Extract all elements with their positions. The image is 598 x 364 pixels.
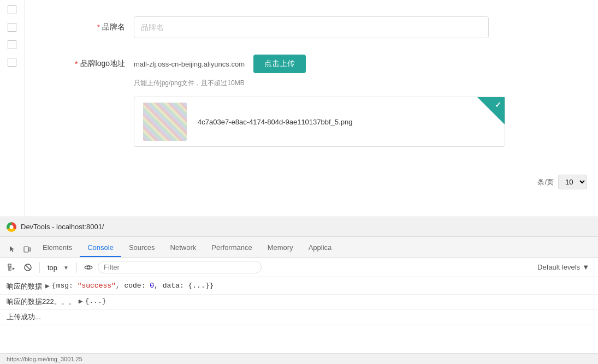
devtools-title: DevTools - localhost:8001/ (21, 223, 104, 231)
context-selector[interactable]: top ▼ (48, 262, 69, 272)
chrome-icon (7, 222, 16, 232)
execute-icon[interactable] (4, 260, 19, 275)
devtools-titlebar: DevTools - localhost:8001/ (0, 217, 598, 237)
image-filename: 4c7a03e7-e8ac-4174-804d-9ae110137bbf_5.p… (198, 118, 352, 126)
tab-performance[interactable]: Performance (204, 239, 259, 257)
console-content: 响应的数据 ▶ {msg: "success" , code: 0 , data… (0, 277, 598, 353)
svg-point-8 (87, 266, 90, 268)
required-star-brand: * (97, 23, 100, 32)
tab-network[interactable]: Network (163, 239, 204, 257)
logo-label-text: 品牌logo地址 (80, 59, 125, 69)
device-icon-btn[interactable] (20, 242, 35, 257)
cursor-icon-btn[interactable] (4, 242, 20, 257)
brand-name-input[interactable] (134, 16, 489, 38)
console-row-2: 响应的数据222。。。 ▶ {...} (0, 295, 598, 310)
eye-icon[interactable] (81, 260, 96, 275)
hint-text: 只能上传jpg/png文件，且不超过10MB (134, 79, 576, 88)
svg-line-7 (26, 265, 31, 270)
toolbar-divider-2 (76, 262, 77, 273)
main-panel: * 品牌名 * 品牌logo地址 mall-zlj.oss-cn-beijing… (25, 0, 598, 217)
context-select[interactable]: top (48, 264, 69, 272)
block-icon[interactable] (21, 260, 35, 275)
svg-rect-1 (29, 248, 31, 251)
status-url: https://blog.me/img_3001.25 (7, 356, 82, 362)
devtools-panel: DevTools - localhost:8001/ Elements Cons… (0, 217, 598, 364)
console-arrow-2[interactable]: ▶ (79, 297, 83, 306)
console-row-1: 响应的数据 ▶ {msg: "success" , code: 0 , data… (0, 279, 598, 295)
page-size-select[interactable]: 10 20 50 (558, 175, 587, 189)
required-star-logo: * (75, 59, 78, 68)
levels-dropdown[interactable]: Default levels ▼ (537, 263, 589, 271)
tab-sources[interactable]: Sources (121, 239, 163, 257)
console-label-3: 上传成功... (7, 312, 41, 322)
tab-memory[interactable]: Memory (260, 239, 301, 257)
upload-button[interactable]: 点击上传 (253, 55, 306, 73)
sidebar-checkbox-4[interactable] (8, 58, 16, 67)
svg-rect-0 (24, 247, 28, 252)
tab-console[interactable]: Console (80, 239, 121, 257)
console-number-1: 0 (150, 282, 154, 290)
brand-label: * 品牌名 (46, 22, 134, 32)
pagination-area: 条/页 10 20 50 (537, 175, 587, 189)
filter-input[interactable] (98, 261, 262, 273)
svg-rect-2 (8, 264, 11, 267)
console-string-1: "success" (78, 282, 116, 290)
console-code-2: {...} (85, 297, 106, 305)
console-code-1: {msg: (52, 282, 78, 290)
image-thumbnail (143, 103, 187, 141)
console-code-1b: , code: (116, 282, 150, 290)
sidebar-checkbox-3[interactable] (8, 40, 16, 49)
check-badge (477, 97, 505, 124)
console-arrow-1[interactable]: ▶ (45, 282, 50, 290)
logo-label: * 品牌logo地址 (46, 59, 134, 69)
status-bar: https://blog.me/img_3001.25 (0, 353, 598, 364)
levels-arrow-icon: ▼ (582, 263, 589, 271)
console-code-1c: , data: {...}} (154, 282, 214, 290)
brand-name-row: * 品牌名 (46, 16, 576, 38)
tab-application[interactable]: Applica (301, 239, 340, 257)
devtools-tabs: Elements Console Sources Network Perform… (0, 237, 598, 258)
sidebar-checkbox-1[interactable] (8, 5, 16, 14)
logo-row: * 品牌logo地址 mall-zlj.oss-cn-beijing.aliyu… (46, 55, 576, 73)
levels-label: Default levels (537, 263, 580, 271)
logo-url-text: mall-zlj.oss-cn-beijing.aliyuncs.com (134, 60, 245, 68)
console-row-3: 上传成功... (0, 310, 598, 325)
brand-label-text: 品牌名 (102, 22, 125, 32)
tab-elements[interactable]: Elements (35, 239, 80, 257)
console-label-1: 响应的数据 (7, 282, 42, 291)
page-label: 条/页 (537, 177, 554, 187)
devtools-toolbar: top ▼ Default levels ▼ (0, 258, 598, 277)
console-label-2: 响应的数据222。。。 (7, 297, 75, 307)
image-preview-box: 4c7a03e7-e8ac-4174-804d-9ae110137bbf_5.p… (134, 97, 505, 147)
toolbar-divider-1 (39, 262, 40, 273)
sidebar-checkbox-2[interactable] (8, 23, 16, 32)
